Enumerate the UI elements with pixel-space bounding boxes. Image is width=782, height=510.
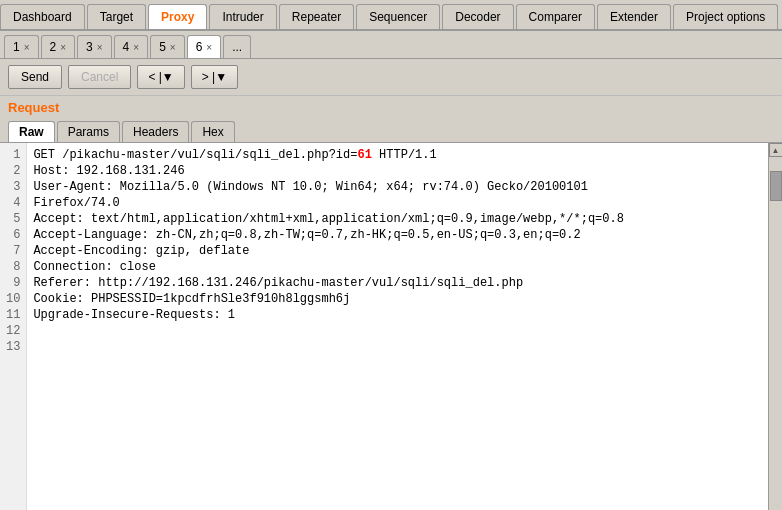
request-tab-3[interactable]: 3×	[77, 35, 112, 58]
request-editor[interactable]: 12345678910111213 GET /pikachu-master/vu…	[0, 143, 782, 510]
line-number: 11	[6, 307, 20, 323]
request-tab-2[interactable]: 2×	[41, 35, 76, 58]
nav-tab-proxy[interactable]: Proxy	[148, 4, 207, 29]
request-line: Cookie: PHPSESSID=1kpcdfrhSle3f910h8lggs…	[33, 291, 762, 307]
request-tabs-row: 1×2×3×4×5×6×...	[0, 31, 782, 59]
request-line: Connection: close	[33, 259, 762, 275]
tab-number: 3	[86, 40, 93, 54]
close-icon[interactable]: ×	[206, 42, 212, 53]
line-number: 7	[6, 243, 20, 259]
nav-tab-sequencer[interactable]: Sequencer	[356, 4, 440, 29]
close-icon[interactable]: ×	[60, 42, 66, 53]
nav-tab-comparer[interactable]: Comparer	[516, 4, 595, 29]
tab-number: 5	[159, 40, 166, 54]
request-tab-6[interactable]: 6×	[187, 35, 222, 58]
line-numbers: 12345678910111213	[0, 143, 27, 510]
tab-number: 4	[123, 40, 130, 54]
request-line: User-Agent: Mozilla/5.0 (Windows NT 10.0…	[33, 179, 762, 195]
request-line: Accept-Encoding: gzip, deflate	[33, 243, 762, 259]
request-line: Accept-Language: zh-CN,zh;q=0.8,zh-TW;q=…	[33, 227, 762, 243]
request-line: Accept: text/html,application/xhtml+xml,…	[33, 211, 762, 227]
line-number: 4	[6, 195, 20, 211]
request-line: Host: 192.168.131.246	[33, 163, 762, 179]
close-icon[interactable]: ×	[133, 42, 139, 53]
line-number: 1	[6, 147, 20, 163]
nav-tab-project-options[interactable]: Project options	[673, 4, 778, 29]
line-number: 8	[6, 259, 20, 275]
scrollbar[interactable]: ▲ ▼	[768, 143, 782, 510]
line-number: 2	[6, 163, 20, 179]
inner-tab-headers[interactable]: Headers	[122, 121, 189, 142]
nav-tab-decoder[interactable]: Decoder	[442, 4, 513, 29]
request-tab-5[interactable]: 5×	[150, 35, 185, 58]
request-tab-4[interactable]: 4×	[114, 35, 149, 58]
line-number: 10	[6, 291, 20, 307]
line-number: 3	[6, 179, 20, 195]
request-line: Referer: http://192.168.131.246/pikachu-…	[33, 275, 762, 291]
inner-tabs-row: RawParamsHeadersHex	[0, 119, 782, 143]
prev-button[interactable]: < |▼	[137, 65, 184, 89]
close-icon[interactable]: ×	[170, 42, 176, 53]
request-tab-1[interactable]: 1×	[4, 35, 39, 58]
request-section-label: Request	[0, 96, 782, 119]
nav-tab-extender[interactable]: Extender	[597, 4, 671, 29]
close-icon[interactable]: ×	[24, 42, 30, 53]
send-button[interactable]: Send	[8, 65, 62, 89]
nav-tab-repeater[interactable]: Repeater	[279, 4, 354, 29]
prev-label: < |▼	[148, 70, 173, 84]
inner-tab-raw[interactable]: Raw	[8, 121, 55, 142]
tab-number: 1	[13, 40, 20, 54]
nav-tab-target[interactable]: Target	[87, 4, 146, 29]
tab-number: 6	[196, 40, 203, 54]
toolbar: Send Cancel < |▼ > |▼	[0, 59, 782, 96]
line-number: 12	[6, 323, 20, 339]
next-label: > |▼	[202, 70, 227, 84]
highlighted-param: 61	[357, 148, 371, 162]
scrollbar-thumb[interactable]	[770, 171, 782, 201]
top-navigation: DashboardTargetProxyIntruderRepeaterSequ…	[0, 0, 782, 31]
more-tabs-button[interactable]: ...	[223, 35, 251, 58]
request-content[interactable]: GET /pikachu-master/vul/sqli/sqli_del.ph…	[27, 143, 768, 510]
tab-number: 2	[50, 40, 57, 54]
request-line: Firefox/74.0	[33, 195, 762, 211]
inner-tab-hex[interactable]: Hex	[191, 121, 234, 142]
inner-tab-params[interactable]: Params	[57, 121, 120, 142]
cancel-button[interactable]: Cancel	[68, 65, 131, 89]
next-button[interactable]: > |▼	[191, 65, 238, 89]
line-number: 6	[6, 227, 20, 243]
nav-tab-intruder[interactable]: Intruder	[209, 4, 276, 29]
line-number: 9	[6, 275, 20, 291]
request-line: Upgrade-Insecure-Requests: 1	[33, 307, 762, 323]
scroll-up-arrow[interactable]: ▲	[769, 143, 783, 157]
close-icon[interactable]: ×	[97, 42, 103, 53]
line-number: 13	[6, 339, 20, 355]
line-number: 5	[6, 211, 20, 227]
main-content: Request RawParamsHeadersHex 123456789101…	[0, 96, 782, 510]
request-line: GET /pikachu-master/vul/sqli/sqli_del.ph…	[33, 147, 762, 163]
editor-section: RawParamsHeadersHex 12345678910111213 GE…	[0, 119, 782, 510]
nav-tab-dashboard[interactable]: Dashboard	[0, 4, 85, 29]
